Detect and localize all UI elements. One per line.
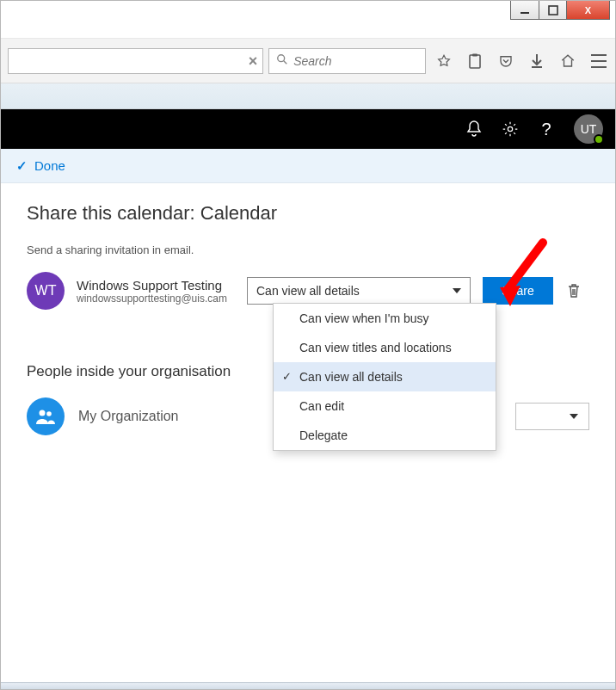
permission-dropdown: Can view when I'm busy Can view titles a… xyxy=(273,303,496,451)
download-icon[interactable] xyxy=(529,53,545,69)
bookmark-star-icon[interactable] xyxy=(436,53,452,69)
share-button[interactable]: Share xyxy=(483,277,553,305)
minimize-button[interactable] xyxy=(511,1,539,19)
avatar-initials: UT xyxy=(581,122,597,136)
pocket-icon[interactable] xyxy=(498,53,514,69)
app-top-bar: ? UT xyxy=(1,109,615,149)
invitee-info: Windows Support Testing windowssupportte… xyxy=(77,278,235,305)
svg-point-10 xyxy=(46,411,52,416)
svg-rect-5 xyxy=(472,53,477,56)
svg-rect-1 xyxy=(549,6,557,15)
permission-selected-label: Can view all details xyxy=(256,284,360,298)
close-button[interactable]: X xyxy=(566,1,609,19)
page-subtitle: Send a sharing invitation in email. xyxy=(27,243,589,256)
home-icon[interactable] xyxy=(560,53,576,69)
permission-select[interactable]: Can view all details xyxy=(247,277,471,305)
svg-rect-0 xyxy=(521,12,529,14)
clipboard-icon[interactable] xyxy=(467,53,483,69)
invitee-row: WT Windows Support Testing windowssuppor… xyxy=(27,272,589,310)
permission-option[interactable]: Can view titles and locations xyxy=(274,333,496,362)
done-bar[interactable]: ✓ Done xyxy=(1,149,615,183)
search-input[interactable] xyxy=(293,54,418,68)
permission-option-selected[interactable]: Can view all details xyxy=(274,362,496,391)
presence-indicator xyxy=(594,134,604,145)
permission-option[interactable]: Delegate xyxy=(274,421,496,450)
org-name: My Organization xyxy=(78,409,179,424)
invitee-avatar: WT xyxy=(27,272,65,310)
permission-option[interactable]: Can edit xyxy=(274,391,496,421)
notifications-icon[interactable] xyxy=(465,120,483,138)
org-avatar xyxy=(27,397,65,435)
maximize-button[interactable] xyxy=(539,1,566,19)
search-icon xyxy=(276,53,288,69)
help-icon[interactable]: ? xyxy=(538,120,555,138)
search-box[interactable] xyxy=(268,48,426,74)
address-bar[interactable]: × xyxy=(8,48,263,74)
svg-point-9 xyxy=(40,410,46,416)
invitee-email: windowssupporttesting@uis.cam xyxy=(77,293,235,305)
page-title: Share this calendar: Calendar xyxy=(27,202,589,225)
taskbar-sliver xyxy=(1,682,615,689)
browser-tabstrip xyxy=(1,83,615,109)
settings-gear-icon[interactable] xyxy=(502,120,519,138)
done-label: Done xyxy=(34,158,65,173)
browser-toolbar-icons xyxy=(436,53,607,69)
browser-toolbar: × xyxy=(1,39,615,83)
invitee-name: Windows Support Testing xyxy=(77,278,235,293)
chevron-down-icon xyxy=(570,414,578,419)
window-controls: X xyxy=(510,1,610,20)
user-avatar[interactable]: UT xyxy=(574,114,603,144)
svg-line-3 xyxy=(284,60,287,64)
svg-point-6 xyxy=(508,126,512,131)
chevron-down-icon xyxy=(453,288,461,293)
svg-rect-4 xyxy=(470,55,480,68)
delete-icon[interactable] xyxy=(565,280,582,301)
checkmark-icon: ✓ xyxy=(16,158,28,174)
main-content: Share this calendar: Calendar Send a sha… xyxy=(1,183,615,454)
org-permission-select[interactable] xyxy=(515,403,589,430)
permission-option[interactable]: Can view when I'm busy xyxy=(274,304,496,333)
menu-icon[interactable] xyxy=(591,53,607,69)
os-titlebar: X xyxy=(1,1,615,39)
clear-address-icon[interactable]: × xyxy=(249,53,258,69)
svg-point-2 xyxy=(278,54,285,61)
